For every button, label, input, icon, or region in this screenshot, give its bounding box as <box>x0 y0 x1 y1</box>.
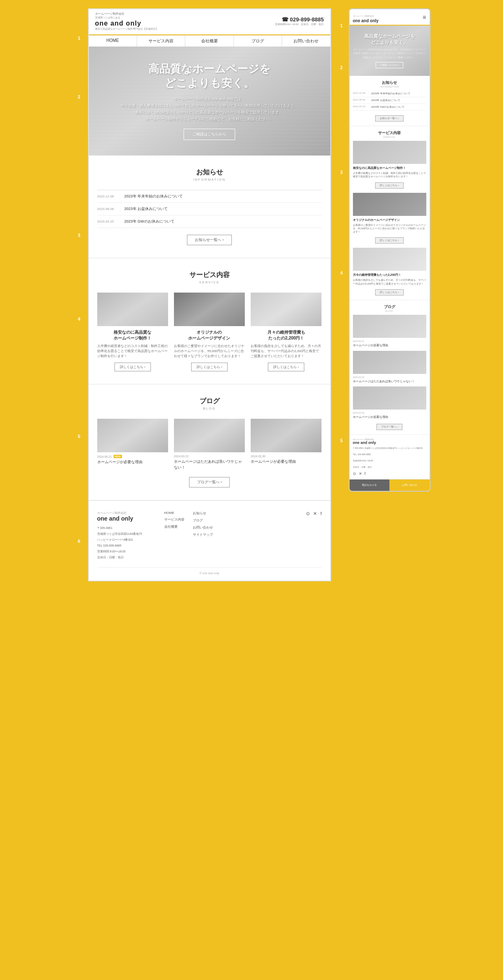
mobile-service-btn-1[interactable]: 詳しくはこちら <box>375 182 404 189</box>
blog-card-title-2[interactable]: ホームページはただあれば良いワケじゃない！ <box>174 459 245 470</box>
mobile-service-img-1 <box>353 141 426 164</box>
step-4-right: 4 <box>337 268 346 277</box>
mobile-company-type: ホームページ制作会社 <box>353 15 374 17</box>
footer-nav-contact[interactable]: お問い合わせ <box>193 525 213 530</box>
phone-area: ☎ 029-899-8885 営業時間9:00〜18:00 定休日：日曜・祝日 <box>275 16 324 26</box>
service-title-3: 月々の維持管理費もたったの2,200円！ <box>251 329 322 341</box>
mobile-service-title-3: 月今の維持管理費もたった2,200円！ <box>353 273 426 277</box>
news-text-2[interactable]: 2023年 お盆休みについて <box>124 206 168 212</box>
footer-nav-sitemap[interactable]: サイトマップ <box>193 532 213 537</box>
footer-nav-home[interactable]: HOME <box>164 511 184 515</box>
step-3-right: 3 <box>337 168 346 177</box>
mobile-news-sub: INFORMATION <box>353 86 426 88</box>
nav-contact[interactable]: お問い合わせ <box>282 36 330 47</box>
mobile-service-section: サービス内容 SERVICE 格安なのに高品質なホームページ制作！ 人件費や経費… <box>350 126 430 300</box>
mobile-instagram-icon[interactable]: ⊙ <box>353 472 356 476</box>
twitter-icon[interactable]: ✕ <box>313 511 317 516</box>
instagram-icon[interactable]: ⊙ <box>306 511 310 516</box>
service-img-bg-2 <box>174 293 245 326</box>
footer-info: 〒305-0861 茨城県つくば市谷田部1144番地75 ハッピークローバー4番… <box>97 525 156 560</box>
mobile-blog-img-3 <box>353 386 426 410</box>
footer-nav-news[interactable]: お知らせ <box>193 511 213 516</box>
footer-nav: HOME サービス内容 会社概要 お知らせ ブログ お問い合わせ サイトマップ <box>164 511 298 560</box>
desktop-preview: ホームページ制作会社 茨城県つくば市にある one and only 格安で高品… <box>88 8 331 581</box>
mobile-service-img-2 <box>353 193 426 216</box>
blog-img-bg-2 <box>174 419 245 452</box>
mobile-blog-card-title-2[interactable]: ホームページはただあれば良いワケじゃない！ <box>353 379 426 384</box>
mobile-news-more-button[interactable]: お知らせ一覧へ <box>375 115 404 122</box>
mobile-news-more: お知らせ一覧へ <box>353 113 426 122</box>
mobile-blog-more-button[interactable]: ブログ一覧へ <box>376 424 402 430</box>
footer-company-type: ホームページ制作会社 <box>97 511 156 515</box>
step-2-left: 2 <box>75 92 84 101</box>
mobile-service-desc-1: 人件費や経費などのコスト削減・制作工程の効率化を図ることで格安で高品質なホームペ… <box>353 171 426 179</box>
blog-more-button[interactable]: ブログ一覧へ <box>189 477 230 487</box>
nav-home[interactable]: HOME <box>89 36 137 47</box>
news-text-3[interactable]: 2023年 GWのお休みについて <box>124 219 174 224</box>
site-footer: ホームページ制作会社 one and only 〒305-0861 茨城県つくば… <box>89 500 330 581</box>
mobile-hero-content: 高品質なホームページを どこよりも安く。 ホームページ制作会社one and o… <box>350 30 430 72</box>
mobile-bottom-bar: 電話をかける お問い合わせ <box>350 479 430 491</box>
mobile-news-section: お知らせ INFORMATION 2023.12.08 2023年 年末年始のお… <box>350 76 430 126</box>
mobile-service-1: 格安なのに高品質なホームページ制作！ 人件費や経費などのコスト削減・制作工程の効… <box>353 141 426 189</box>
service-btn-2[interactable]: 詳しくはこちら <box>191 363 228 371</box>
service-btn-1[interactable]: 詳しくはこちら <box>114 363 151 371</box>
mobile-facebook-icon[interactable]: f <box>365 472 366 476</box>
service-title-1: 格安なのに高品質なホームページ制作！ <box>97 329 168 341</box>
mobile-preview: ホームページ制作会社 one and only ≡ 高品質なホームページを どこ… <box>349 8 430 492</box>
nav-blog[interactable]: ブログ <box>234 36 282 47</box>
mobile-twitter-icon[interactable]: ✕ <box>359 472 362 476</box>
blog-card-1: 2024.06.21 NEW ホームページが必要な理由 <box>97 419 168 470</box>
mobile-hero-btn[interactable]: ご相談こちらから <box>376 62 403 68</box>
company-type-desktop: ホームページ制作会社 <box>95 12 158 16</box>
nav-about[interactable]: 会社概要 <box>185 36 233 47</box>
mobile-service-2: オリジナルのホームページデザイン お客様のご要望やイメージに合わせてオリジナルの… <box>353 193 426 244</box>
mobile-contact-button[interactable]: お問い合わせ <box>389 480 430 491</box>
blog-img-1 <box>97 419 168 452</box>
footer-nav-services[interactable]: サービス内容 <box>164 517 184 522</box>
mobile-hamburger-icon[interactable]: ≡ <box>423 14 426 21</box>
mobile-blog-img-2 <box>353 351 426 374</box>
mobile-service-btn-3[interactable]: 詳しくはこちら <box>375 289 404 296</box>
facebook-icon[interactable]: f <box>320 511 322 516</box>
news-section: お知らせ INFORMATION 2023.12.08 2023年 年末年始のお… <box>89 156 330 258</box>
step-6-left: 6 <box>75 537 84 546</box>
step-3-left: 3 <box>75 231 84 240</box>
mobile-footer-tel: TEL: 029-899-8885 <box>353 453 426 456</box>
mobile-service-sub: SERVICE <box>353 136 426 138</box>
blog-card-3: 2024.03.30 ホームページが必要な理由 <box>251 419 322 470</box>
mobile-service-desc-3: お客様の負担を少しでも減らすため、月々の月刊料金も、サーバー代込みの2,200円… <box>353 278 426 285</box>
mobile-blog-card-title-3[interactable]: ホームページが必要な理由 <box>353 415 426 419</box>
service-btn-3[interactable]: 詳しくはこちら <box>268 363 304 371</box>
mobile-service-btn-wrap-1: 詳しくはこちら <box>353 180 426 189</box>
mobile-phone-button[interactable]: 電話をかける <box>350 480 390 491</box>
blog-card-title-1[interactable]: ホームページが必要な理由 <box>97 459 168 465</box>
footer-nav-about[interactable]: 会社概要 <box>164 524 184 529</box>
mobile-service-btn-wrap-2: 詳しくはこちら <box>353 235 426 244</box>
mobile-blog-card-title-1[interactable]: ホームページが必要な理由 <box>353 343 426 347</box>
services-subtitle: SERVICE <box>97 280 322 284</box>
mobile-service-btn-2[interactable]: 詳しくはこちら <box>375 237 404 244</box>
step-5-left: 5 <box>75 432 84 441</box>
hero-cta-button[interactable]: ご相談はこちらから <box>184 129 235 140</box>
mobile-news-item-2: 2023.08.08 2023年 お盆休みについて <box>353 97 426 104</box>
news-title: お知らせ <box>97 168 322 177</box>
service-grid: 格安なのに高品質なホームページ制作！ 人件費や経営者などのコスト削減・制作工程の… <box>97 293 322 371</box>
mobile-footer-hours: 営業時間 9:00〜18:00 <box>353 459 426 463</box>
step-5-right: 5 <box>337 436 346 445</box>
header-logo: one and only <box>95 20 158 27</box>
blog-card-title-3[interactable]: ホームページが必要な理由 <box>251 459 322 465</box>
logo-area: ホームページ制作会社 茨城県つくば市にある one and only 格安で高品… <box>95 12 158 31</box>
news-text-1[interactable]: 2023年 年末年始のお休みについて <box>124 194 183 199</box>
mobile-footer-holiday: 定休日：日曜・祝日 <box>353 465 426 469</box>
service-img-2 <box>174 293 245 326</box>
footer-nav-blog[interactable]: ブログ <box>193 518 213 523</box>
mobile-hero: 高品質なホームページを どこよりも安く。 ホームページ制作会社one and o… <box>350 26 430 76</box>
nav-services[interactable]: サービス内容 <box>137 36 185 47</box>
blog-img-bg-1 <box>97 419 168 452</box>
mobile-footer-address: 〒305-0861 茨城県つくば市谷田部1144番地75 ハッピークローバー4番… <box>353 446 426 450</box>
services-title: サービス内容 <box>97 271 322 280</box>
news-more-button[interactable]: お知らせ一覧へ <box>187 235 232 245</box>
blog-subtitle: BLOG <box>97 407 322 410</box>
news-date-3: 2023.04.25 <box>97 220 120 223</box>
